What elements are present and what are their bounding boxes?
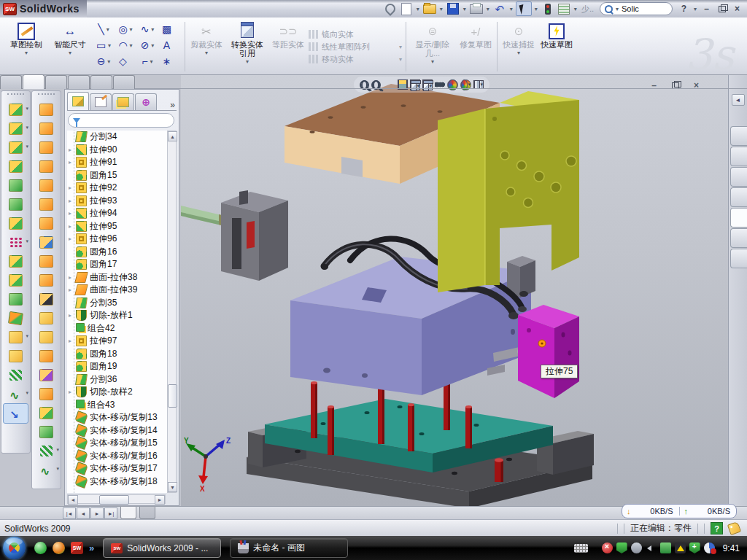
select-button[interactable] (516, 1, 532, 16)
tree-item[interactable]: ▸ 实体-移动/复制15 (67, 437, 177, 450)
chamfer-icon[interactable] (4, 157, 28, 176)
polygon-tool-icon[interactable]: ◇ (115, 56, 137, 66)
filled-surface-icon[interactable] (34, 176, 58, 195)
extruded-cut-icon[interactable] (4, 119, 28, 138)
print-button[interactable] (469, 2, 484, 15)
restore-button[interactable] (715, 3, 729, 15)
line-tool-icon[interactable]: ╲ ▾ (93, 24, 115, 34)
expand-arrow-icon[interactable]: ▸ (69, 236, 76, 242)
view-palette-tab[interactable] (730, 208, 747, 228)
chevron-down-icon[interactable]: ▾ (533, 6, 539, 12)
lofted-surface-icon[interactable] (34, 138, 58, 157)
thicken-icon[interactable] (34, 308, 58, 327)
chevron-down-icon[interactable]: ▾ (692, 6, 698, 12)
tree-item[interactable]: ▸ 拉伸97 (67, 335, 177, 348)
tree-filter-input[interactable] (68, 113, 174, 128)
solidworks-resources-tab[interactable] (730, 126, 747, 146)
usb-device-icon[interactable] (660, 542, 671, 553)
dimxpertmanager-tab[interactable]: ⊕ (135, 93, 157, 110)
design-library-tab[interactable] (730, 147, 747, 166)
tree-item[interactable]: ▸ 切除-放样2 (67, 386, 177, 399)
next-tab-button[interactable]: ► (90, 508, 104, 519)
offset-surface-icon[interactable] (34, 195, 58, 214)
quick-snaps-button[interactable]: ⊙ 快速捕捉▾ (500, 20, 537, 74)
close-button[interactable]: × (730, 3, 744, 15)
expand-arrow-icon[interactable]: ▸ (69, 159, 76, 166)
tree-item[interactable]: ▸ 组合42 (67, 322, 177, 335)
tree-item[interactable]: ▸ 圆角16 (67, 246, 177, 259)
expand-arrow-icon[interactable]: ▸ (69, 389, 76, 395)
repair-sketch-button[interactable]: +/ 修复草图 (457, 20, 494, 74)
tree-item[interactable]: ▸ 实体-移动/复制13 (67, 411, 177, 424)
trim-entities-button[interactable]: ✂ 剪裁实体▾ (188, 20, 225, 74)
offset-entities-button[interactable]: ⊃⊃ 等距实体 (270, 20, 306, 74)
sketch-button[interactable]: 草图绘制▾ (5, 20, 47, 74)
defender-shield-icon[interactable] (689, 542, 700, 553)
extruded-boss-icon[interactable] (4, 100, 28, 119)
revolved-surface-icon[interactable] (34, 100, 58, 119)
tree-item[interactable]: ▸ 拉伸96 (67, 233, 177, 246)
instant3d-icon[interactable] (3, 403, 28, 424)
sketch-text-tool-icon[interactable]: A (159, 40, 181, 50)
mirror-entities-button[interactable]: 镜向实体 (309, 29, 402, 40)
featuremanager-tab[interactable] (67, 92, 89, 110)
ellipse-tool-icon[interactable]: ⊘ ▾ (137, 40, 159, 50)
chevron-down-icon[interactable]: ▾ (614, 6, 620, 12)
tags-icon[interactable] (727, 521, 741, 535)
surface-fillet-icon[interactable] (34, 403, 58, 422)
ribbon-tab[interactable] (45, 75, 67, 89)
expand-arrow-icon[interactable]: ▸ (69, 147, 76, 153)
expand-arrow-icon[interactable]: ▸ (69, 198, 76, 204)
tree-item[interactable]: ▸ 分割35 (67, 297, 177, 310)
network-warning-icon[interactable] (675, 542, 686, 553)
scroll-right-icon[interactable]: ► (155, 495, 165, 505)
curve-spline-icon[interactable] (4, 384, 28, 403)
expand-arrow-icon[interactable]: ▸ (69, 210, 76, 217)
scroll-left-icon[interactable]: ◄ (68, 495, 78, 505)
start-button[interactable] (3, 537, 26, 559)
combine-feature-icon[interactable] (4, 289, 28, 308)
chevron-down-icon[interactable]: ▾ (150, 42, 155, 49)
open-button[interactable] (422, 2, 437, 15)
surface-point-icon[interactable] (34, 441, 58, 460)
tree-item[interactable]: ▸ 分割36 (67, 373, 177, 386)
chevron-down-icon[interactable]: ▾ (415, 6, 421, 12)
tree-item[interactable]: ▸ 拉伸93 (67, 195, 177, 208)
rib-icon[interactable] (4, 214, 28, 233)
chevron-down-icon[interactable]: ▾ (105, 26, 111, 33)
untrim-surface-icon[interactable] (34, 289, 58, 308)
chevron-down-icon[interactable]: ▾ (573, 6, 578, 12)
panel-overflow-button[interactable]: » (170, 100, 177, 110)
swept-surface-icon[interactable] (34, 119, 58, 138)
rebuild-button[interactable] (541, 2, 555, 15)
dome-icon[interactable] (34, 422, 58, 441)
move-entities-button[interactable]: 移动实体▾ (309, 54, 402, 65)
ribbon-tab[interactable] (0, 75, 22, 89)
tree-item[interactable]: ▸ 圆角17 (67, 258, 177, 271)
undo-button[interactable]: ↶ (492, 2, 507, 15)
tree-item[interactable]: ▸ 实体-移动/复制16 (67, 450, 177, 463)
tree-item[interactable]: ▸ 实体-移动/复制14 (67, 424, 177, 438)
tree-item[interactable]: ▸ 实体-移动/复制17 (67, 462, 177, 475)
expand-arrow-icon[interactable]: ▸ (69, 184, 76, 191)
tree-item[interactable]: ▸ 拉伸94 (67, 207, 177, 220)
tree-item[interactable]: ▸ 圆角18 (67, 348, 177, 361)
doc-minimize-button[interactable]: – (647, 79, 661, 91)
graphics-area[interactable]: ▾ ▾ ▾ ▾ ▾ – × 拉伸75 Y Z (181, 75, 728, 506)
ribbon-tab[interactable] (23, 74, 44, 89)
replace-face-icon[interactable] (34, 346, 58, 365)
toolbar-overflow-label[interactable]: 少.. (580, 4, 595, 15)
input-method-icon[interactable] (574, 544, 588, 553)
previous-tab-button[interactable]: ◄ (77, 508, 90, 519)
taskbar-button-paint[interactable]: 未命名 - 画图 (230, 538, 348, 558)
boundary-surface-icon[interactable] (34, 157, 58, 176)
mirror-feature-icon[interactable] (4, 252, 28, 271)
fillet-icon[interactable] (4, 138, 28, 157)
ribbon-tab[interactable] (90, 75, 112, 89)
volume-icon[interactable] (646, 542, 657, 553)
minimize-button[interactable]: – (700, 3, 713, 15)
tree-horizontal-scrollbar[interactable]: ◄ ► (67, 494, 166, 504)
chevron-down-icon[interactable]: ▾ (106, 58, 112, 65)
tree-item[interactable]: ▸ 分割34 (67, 131, 177, 144)
draft-icon[interactable] (4, 195, 28, 214)
